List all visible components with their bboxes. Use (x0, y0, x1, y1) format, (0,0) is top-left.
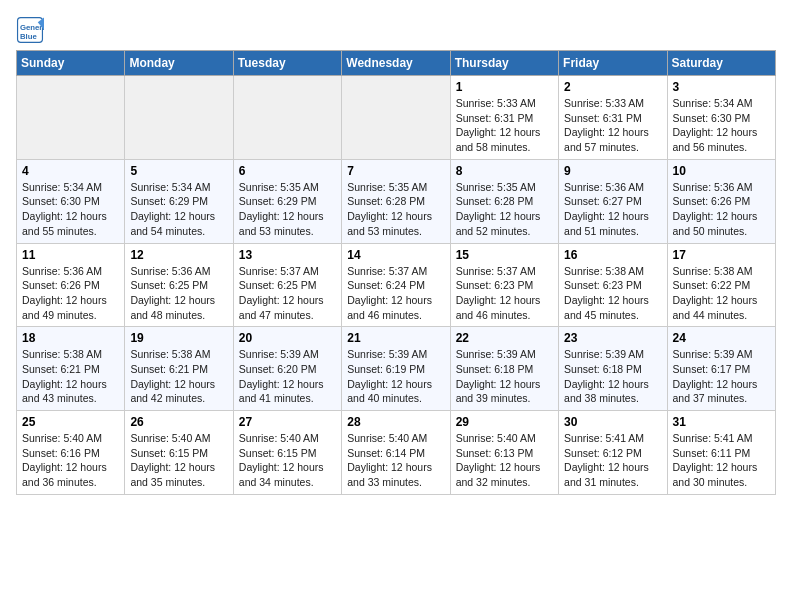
day-cell: 18Sunrise: 5:38 AM Sunset: 6:21 PM Dayli… (17, 327, 125, 411)
day-info: Sunrise: 5:38 AM Sunset: 6:23 PM Dayligh… (564, 264, 661, 323)
day-info: Sunrise: 5:36 AM Sunset: 6:27 PM Dayligh… (564, 180, 661, 239)
day-number: 9 (564, 164, 661, 178)
day-number: 5 (130, 164, 227, 178)
day-number: 23 (564, 331, 661, 345)
day-cell: 24Sunrise: 5:39 AM Sunset: 6:17 PM Dayli… (667, 327, 775, 411)
weekday-header-thursday: Thursday (450, 51, 558, 76)
day-number: 8 (456, 164, 553, 178)
svg-text:Blue: Blue (20, 32, 38, 41)
day-number: 26 (130, 415, 227, 429)
day-info: Sunrise: 5:39 AM Sunset: 6:17 PM Dayligh… (673, 347, 770, 406)
day-cell: 11Sunrise: 5:36 AM Sunset: 6:26 PM Dayli… (17, 243, 125, 327)
day-info: Sunrise: 5:37 AM Sunset: 6:24 PM Dayligh… (347, 264, 444, 323)
week-row-5: 25Sunrise: 5:40 AM Sunset: 6:16 PM Dayli… (17, 411, 776, 495)
week-row-2: 4Sunrise: 5:34 AM Sunset: 6:30 PM Daylig… (17, 159, 776, 243)
day-cell: 4Sunrise: 5:34 AM Sunset: 6:30 PM Daylig… (17, 159, 125, 243)
day-number: 29 (456, 415, 553, 429)
day-cell: 31Sunrise: 5:41 AM Sunset: 6:11 PM Dayli… (667, 411, 775, 495)
day-info: Sunrise: 5:35 AM Sunset: 6:28 PM Dayligh… (456, 180, 553, 239)
day-cell: 23Sunrise: 5:39 AM Sunset: 6:18 PM Dayli… (559, 327, 667, 411)
day-info: Sunrise: 5:41 AM Sunset: 6:12 PM Dayligh… (564, 431, 661, 490)
day-info: Sunrise: 5:40 AM Sunset: 6:15 PM Dayligh… (239, 431, 336, 490)
day-cell: 8Sunrise: 5:35 AM Sunset: 6:28 PM Daylig… (450, 159, 558, 243)
day-info: Sunrise: 5:37 AM Sunset: 6:25 PM Dayligh… (239, 264, 336, 323)
day-cell: 7Sunrise: 5:35 AM Sunset: 6:28 PM Daylig… (342, 159, 450, 243)
day-info: Sunrise: 5:33 AM Sunset: 6:31 PM Dayligh… (456, 96, 553, 155)
day-number: 1 (456, 80, 553, 94)
day-info: Sunrise: 5:36 AM Sunset: 6:26 PM Dayligh… (22, 264, 119, 323)
weekday-header-wednesday: Wednesday (342, 51, 450, 76)
day-number: 19 (130, 331, 227, 345)
day-number: 12 (130, 248, 227, 262)
day-cell (233, 76, 341, 160)
day-number: 13 (239, 248, 336, 262)
calendar: SundayMondayTuesdayWednesdayThursdayFrid… (16, 50, 776, 495)
day-number: 21 (347, 331, 444, 345)
day-cell: 28Sunrise: 5:40 AM Sunset: 6:14 PM Dayli… (342, 411, 450, 495)
day-info: Sunrise: 5:34 AM Sunset: 6:29 PM Dayligh… (130, 180, 227, 239)
day-info: Sunrise: 5:38 AM Sunset: 6:21 PM Dayligh… (22, 347, 119, 406)
day-info: Sunrise: 5:40 AM Sunset: 6:13 PM Dayligh… (456, 431, 553, 490)
weekday-header-sunday: Sunday (17, 51, 125, 76)
week-row-4: 18Sunrise: 5:38 AM Sunset: 6:21 PM Dayli… (17, 327, 776, 411)
day-number: 25 (22, 415, 119, 429)
day-number: 20 (239, 331, 336, 345)
day-info: Sunrise: 5:38 AM Sunset: 6:21 PM Dayligh… (130, 347, 227, 406)
day-cell: 27Sunrise: 5:40 AM Sunset: 6:15 PM Dayli… (233, 411, 341, 495)
day-number: 14 (347, 248, 444, 262)
day-cell: 10Sunrise: 5:36 AM Sunset: 6:26 PM Dayli… (667, 159, 775, 243)
day-cell: 9Sunrise: 5:36 AM Sunset: 6:27 PM Daylig… (559, 159, 667, 243)
day-cell: 17Sunrise: 5:38 AM Sunset: 6:22 PM Dayli… (667, 243, 775, 327)
day-info: Sunrise: 5:33 AM Sunset: 6:31 PM Dayligh… (564, 96, 661, 155)
day-cell: 14Sunrise: 5:37 AM Sunset: 6:24 PM Dayli… (342, 243, 450, 327)
day-cell: 3Sunrise: 5:34 AM Sunset: 6:30 PM Daylig… (667, 76, 775, 160)
weekday-header-tuesday: Tuesday (233, 51, 341, 76)
day-cell (125, 76, 233, 160)
day-info: Sunrise: 5:35 AM Sunset: 6:28 PM Dayligh… (347, 180, 444, 239)
day-cell: 2Sunrise: 5:33 AM Sunset: 6:31 PM Daylig… (559, 76, 667, 160)
day-info: Sunrise: 5:35 AM Sunset: 6:29 PM Dayligh… (239, 180, 336, 239)
day-cell (342, 76, 450, 160)
day-number: 17 (673, 248, 770, 262)
day-info: Sunrise: 5:38 AM Sunset: 6:22 PM Dayligh… (673, 264, 770, 323)
day-number: 24 (673, 331, 770, 345)
day-info: Sunrise: 5:39 AM Sunset: 6:18 PM Dayligh… (456, 347, 553, 406)
weekday-header-monday: Monday (125, 51, 233, 76)
day-number: 22 (456, 331, 553, 345)
day-number: 16 (564, 248, 661, 262)
day-info: Sunrise: 5:41 AM Sunset: 6:11 PM Dayligh… (673, 431, 770, 490)
day-cell: 19Sunrise: 5:38 AM Sunset: 6:21 PM Dayli… (125, 327, 233, 411)
header: General Blue (16, 16, 776, 44)
day-cell: 6Sunrise: 5:35 AM Sunset: 6:29 PM Daylig… (233, 159, 341, 243)
day-number: 2 (564, 80, 661, 94)
day-info: Sunrise: 5:40 AM Sunset: 6:14 PM Dayligh… (347, 431, 444, 490)
day-number: 28 (347, 415, 444, 429)
weekday-header-saturday: Saturday (667, 51, 775, 76)
day-number: 27 (239, 415, 336, 429)
day-number: 10 (673, 164, 770, 178)
day-number: 15 (456, 248, 553, 262)
day-cell (17, 76, 125, 160)
day-number: 3 (673, 80, 770, 94)
weekday-header-row: SundayMondayTuesdayWednesdayThursdayFrid… (17, 51, 776, 76)
day-number: 7 (347, 164, 444, 178)
logo: General Blue (16, 16, 44, 44)
day-number: 18 (22, 331, 119, 345)
day-cell: 26Sunrise: 5:40 AM Sunset: 6:15 PM Dayli… (125, 411, 233, 495)
day-cell: 22Sunrise: 5:39 AM Sunset: 6:18 PM Dayli… (450, 327, 558, 411)
day-info: Sunrise: 5:34 AM Sunset: 6:30 PM Dayligh… (22, 180, 119, 239)
week-row-3: 11Sunrise: 5:36 AM Sunset: 6:26 PM Dayli… (17, 243, 776, 327)
day-number: 4 (22, 164, 119, 178)
day-info: Sunrise: 5:39 AM Sunset: 6:19 PM Dayligh… (347, 347, 444, 406)
day-number: 31 (673, 415, 770, 429)
day-cell: 30Sunrise: 5:41 AM Sunset: 6:12 PM Dayli… (559, 411, 667, 495)
day-info: Sunrise: 5:36 AM Sunset: 6:26 PM Dayligh… (673, 180, 770, 239)
weekday-header-friday: Friday (559, 51, 667, 76)
logo-icon: General Blue (16, 16, 44, 44)
day-cell: 21Sunrise: 5:39 AM Sunset: 6:19 PM Dayli… (342, 327, 450, 411)
day-cell: 29Sunrise: 5:40 AM Sunset: 6:13 PM Dayli… (450, 411, 558, 495)
week-row-1: 1Sunrise: 5:33 AM Sunset: 6:31 PM Daylig… (17, 76, 776, 160)
day-info: Sunrise: 5:37 AM Sunset: 6:23 PM Dayligh… (456, 264, 553, 323)
day-number: 30 (564, 415, 661, 429)
day-info: Sunrise: 5:40 AM Sunset: 6:16 PM Dayligh… (22, 431, 119, 490)
